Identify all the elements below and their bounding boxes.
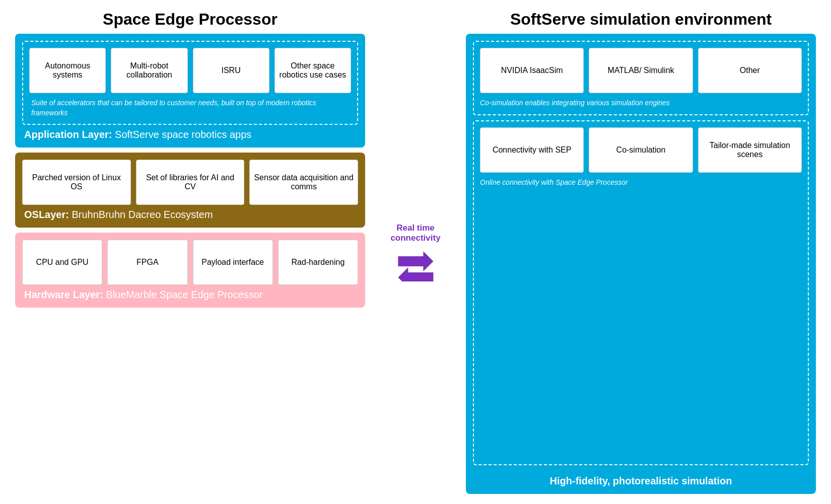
hw-layer-boxes: CPU and GPU FPGA Payload interface Rad-h…	[22, 240, 358, 285]
arrow-container: Real time connectivity	[390, 223, 440, 281]
os-layer-label-bold: OSLayer:	[24, 209, 69, 220]
right-top-description: Co-simulation enables integrating variou…	[480, 98, 802, 108]
arrow-label-line2: connectivity	[390, 233, 440, 243]
right-inner-top: NVIDIA IsaacSim MATLAB/ Simulink Other C…	[473, 41, 809, 115]
main-container: Space Edge Processor Autonomous systems …	[0, 0, 831, 504]
app-layer: Autonomous systems Multi-robot collabora…	[15, 34, 365, 148]
left-title: Space Edge Processor	[15, 10, 365, 29]
box-ai-cv-libraries: Set of libraries for AI and CV	[136, 160, 245, 205]
app-layer-label-bold: Application Layer:	[24, 129, 112, 140]
right-bottom-label: High-fidelity, photorealistic simulation	[473, 475, 809, 487]
box-sensor-data: Sensor data acquisition and comms	[249, 160, 358, 205]
os-layer-label-rest: BruhnBruhn Dacreo Ecosystem	[69, 209, 213, 220]
right-side: SoftServe simulation environment NVIDIA …	[466, 10, 816, 494]
os-layer: Parched version of Linux OS Set of libra…	[15, 153, 365, 228]
os-layer-label: OSLayer: BruhnBruhn Dacreo Ecosystem	[22, 209, 358, 221]
svg-marker-1	[398, 267, 433, 281]
right-inner-bottom: Connectivity with SEP Co-simulation Tail…	[473, 120, 809, 465]
svg-marker-0	[398, 251, 433, 271]
right-bottom-description: Online connectivity with Space Edge Proc…	[480, 178, 802, 188]
box-tailor-made: Tailor-made simulation scenes	[698, 127, 802, 173]
box-other-robotics: Other space robotics use cases	[274, 48, 351, 93]
middle-arrow-section: Real time connectivity	[385, 10, 446, 494]
right-title: SoftServe simulation environment	[466, 10, 816, 29]
app-layer-boxes: Autonomous systems Multi-robot collabora…	[29, 48, 351, 93]
bidirectional-arrow-icon	[393, 246, 438, 281]
hw-layer: CPU and GPU FPGA Payload interface Rad-h…	[15, 233, 365, 308]
os-layer-boxes: Parched version of Linux OS Set of libra…	[22, 160, 358, 205]
box-co-simulation: Co-simulation	[589, 127, 692, 173]
hw-layer-label-bold: Hardware Layer:	[24, 289, 103, 300]
left-side: Space Edge Processor Autonomous systems …	[15, 10, 365, 494]
app-layer-label: Application Layer: SoftServe space robot…	[22, 129, 358, 140]
box-cpu-gpu: CPU and GPU	[22, 240, 102, 285]
box-multi-robot: Multi-robot collaboration	[111, 48, 187, 93]
box-isru: ISRU	[193, 48, 269, 93]
box-connectivity-sep: Connectivity with SEP	[480, 127, 584, 173]
box-payload-interface: Payload interface	[193, 240, 273, 285]
box-other: Other	[698, 48, 802, 93]
hw-layer-label-rest: BlueMarble Space Edge Processor	[103, 289, 263, 300]
box-linux-os: Parched version of Linux OS	[22, 160, 131, 205]
box-nvidia-isaac: NVIDIA IsaacSim	[480, 48, 584, 93]
right-bottom-boxes: Connectivity with SEP Co-simulation Tail…	[480, 127, 802, 173]
right-top-boxes: NVIDIA IsaacSim MATLAB/ Simulink Other	[480, 48, 802, 93]
box-fpga: FPGA	[107, 240, 187, 285]
hw-layer-label: Hardware Layer: BlueMarble Space Edge Pr…	[22, 289, 358, 301]
right-content: NVIDIA IsaacSim MATLAB/ Simulink Other C…	[466, 34, 816, 494]
app-layer-inner: Autonomous systems Multi-robot collabora…	[22, 41, 358, 125]
box-autonomous-systems: Autonomous systems	[29, 48, 106, 93]
arrow-label-line1: Real time	[396, 223, 435, 233]
app-layer-label-rest: SoftServe space robotics apps	[112, 129, 251, 140]
arrow-label: Real time connectivity	[390, 223, 440, 243]
box-rad-hardening: Rad-hardening	[278, 240, 358, 285]
box-matlab-simulink: MATLAB/ Simulink	[589, 48, 692, 93]
app-layer-description: Suite of accelerators that can be tailor…	[29, 98, 351, 118]
